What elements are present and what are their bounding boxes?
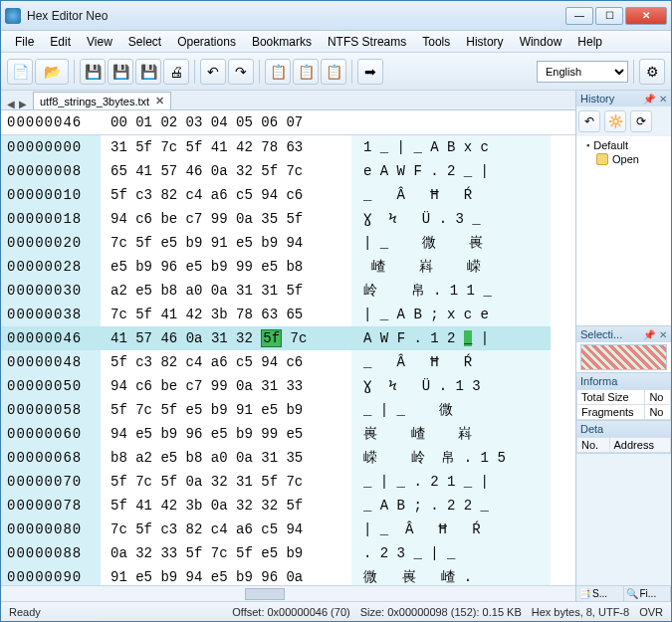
maximize-button[interactable]: ☐: [595, 7, 623, 25]
row-text[interactable]: 岭 帛 . 1 1 _: [351, 279, 551, 303]
hex-row[interactable]: 0000000865 41 57 46 0a 32 5f 7ce A W F .…: [1, 159, 575, 183]
menu-tools[interactable]: Tools: [414, 33, 458, 51]
close-button[interactable]: ✕: [625, 7, 667, 25]
hex-row[interactable]: 000000585f 7c 5f e5 b9 91 e5 b9_ | _ 微: [1, 398, 575, 422]
hex-view[interactable]: 00000046 00 01 02 03 04 05 06 07 0000000…: [1, 110, 575, 585]
pin-icon[interactable]: 📌: [643, 94, 655, 104]
row-text[interactable]: | _ Â Ħ Ŕ: [351, 518, 551, 541]
history-redo-icon[interactable]: 🔆: [604, 110, 626, 132]
row-text[interactable]: Ɣ Ϟ Ü . 1 3: [351, 374, 551, 398]
redo-button[interactable]: ↷: [228, 59, 254, 85]
hex-row[interactable]: 00000030a2 e5 b8 a0 0a 31 31 5f岭 帛 . 1 1…: [1, 279, 575, 303]
details-col-address[interactable]: Address: [609, 438, 670, 453]
undo-button[interactable]: ↶: [200, 59, 226, 85]
row-bytes[interactable]: 94 c6 be c7 99 0a 35 5f: [101, 207, 351, 231]
tab-next-icon[interactable]: ▶: [17, 99, 29, 109]
history-clear-icon[interactable]: ⟳: [630, 110, 652, 132]
row-bytes[interactable]: 41 57 46 0a 31 32 5f 7c: [101, 326, 351, 350]
history-undo-icon[interactable]: ↶: [578, 110, 600, 132]
hex-row[interactable]: 0000006094 e5 b9 96 e5 b9 99 e5嵔 嵖 嵙: [1, 422, 575, 446]
menu-file[interactable]: File: [7, 33, 42, 51]
row-bytes[interactable]: 0a 32 33 5f 7c 5f e5 b9: [101, 541, 351, 565]
row-bytes[interactable]: 31 5f 7c 5f 41 42 78 63: [101, 135, 351, 159]
sidetab-structure[interactable]: 📑S...: [576, 586, 624, 601]
hex-row[interactable]: 000000485f c3 82 c4 a6 c5 94 c6_ Â Ħ Ŕ: [1, 350, 575, 374]
menu-ntfs-streams[interactable]: NTFS Streams: [320, 33, 414, 51]
row-bytes[interactable]: a2 e5 b8 a0 0a 31 31 5f: [101, 279, 351, 303]
hex-row[interactable]: 0000001894 c6 be c7 99 0a 35 5fƔ Ϟ Ü . 3…: [1, 207, 575, 231]
hex-row[interactable]: 0000005094 c6 be c7 99 0a 31 33Ɣ Ϟ Ü . 1…: [1, 374, 575, 398]
menu-window[interactable]: Window: [512, 33, 570, 51]
row-text[interactable]: | _ 微 嵔: [351, 231, 551, 255]
menu-operations[interactable]: Operations: [169, 33, 244, 51]
hex-row[interactable]: 000000880a 32 33 5f 7c 5f e5 b9. 2 3 _ |…: [1, 541, 575, 565]
menu-bookmarks[interactable]: Bookmarks: [244, 33, 320, 51]
open-file-button[interactable]: 📂: [35, 59, 69, 85]
row-bytes[interactable]: 5f 7c 5f e5 b9 91 e5 b9: [101, 398, 351, 422]
row-text[interactable]: | _ A B ; x c e: [351, 303, 551, 326]
row-bytes[interactable]: 7c 5f 41 42 3b 78 63 65: [101, 303, 351, 326]
menu-edit[interactable]: Edit: [42, 33, 79, 51]
tab-close-icon[interactable]: ✕: [155, 95, 164, 107]
row-bytes[interactable]: 91 e5 b9 94 e5 b9 96 0a: [101, 565, 351, 585]
horizontal-scrollbar[interactable]: [1, 585, 575, 601]
row-text[interactable]: 嵘 岭 帛 . 1 5: [351, 446, 551, 470]
history-open-item[interactable]: Open: [580, 152, 667, 166]
row-bytes[interactable]: 5f c3 82 c4 a6 c5 94 c6: [101, 183, 351, 207]
hex-row[interactable]: 0000000031 5f 7c 5f 41 42 78 631 _ | _ A…: [1, 135, 575, 159]
row-bytes[interactable]: 5f c3 82 c4 a6 c5 94 c6: [101, 350, 351, 374]
row-bytes[interactable]: 5f 41 42 3b 0a 32 32 5f: [101, 494, 351, 518]
row-bytes[interactable]: 7c 5f c3 82 c4 a6 c5 94: [101, 518, 351, 541]
menu-view[interactable]: View: [79, 33, 120, 51]
minimize-button[interactable]: —: [565, 7, 593, 25]
row-text[interactable]: _ | _ . 2 1 _ |: [351, 470, 551, 494]
new-file-button[interactable]: 📄: [7, 59, 33, 85]
save-button[interactable]: 💾: [80, 59, 106, 85]
row-text[interactable]: e A W F . 2 _ |: [351, 159, 551, 183]
panel-close-icon[interactable]: ✕: [659, 329, 667, 340]
row-text[interactable]: _ Â Ħ Ŕ: [351, 183, 551, 207]
row-bytes[interactable]: 94 e5 b9 96 e5 b9 99 e5: [101, 422, 351, 446]
panel-close-icon[interactable]: ✕: [659, 94, 667, 104]
row-text[interactable]: _ A B ; . 2 2 _: [351, 494, 551, 518]
history-default-item[interactable]: ▪ Default: [580, 138, 667, 152]
hex-row[interactable]: 000000387c 5f 41 42 3b 78 63 65| _ A B ;…: [1, 303, 575, 326]
document-tab[interactable]: utf8_strings_3bytes.txt ✕: [33, 92, 171, 109]
hex-row[interactable]: 0000009091 e5 b9 94 e5 b9 96 0a微 嵔 嵖 .: [1, 565, 575, 585]
sidetab-find[interactable]: 🔍Fi...: [624, 586, 672, 601]
row-bytes[interactable]: b8 a2 e5 b8 a0 0a 31 35: [101, 446, 351, 470]
hex-row[interactable]: 000000105f c3 82 c4 a6 c5 94 c6_ Â Ħ Ŕ: [1, 183, 575, 207]
menu-help[interactable]: Help: [569, 33, 610, 51]
hex-row[interactable]: 00000068b8 a2 e5 b8 a0 0a 31 35嵘 岭 帛 . 1…: [1, 446, 575, 470]
clipboard-button[interactable]: 📋: [321, 59, 346, 85]
print-button[interactable]: 🖨: [163, 59, 189, 85]
tab-prev-icon[interactable]: ◀: [5, 99, 17, 109]
row-text[interactable]: 嵖 嵙 嵘: [351, 255, 551, 279]
row-bytes[interactable]: 5f 7c 5f 0a 32 31 5f 7c: [101, 470, 351, 494]
save-all-button[interactable]: 💾: [108, 59, 133, 85]
hex-row[interactable]: 000000807c 5f c3 82 c4 a6 c5 94| _ Â Ħ Ŕ: [1, 518, 575, 541]
row-text[interactable]: 1 _ | _ A B x c: [351, 135, 551, 159]
hex-row[interactable]: 00000028e5 b9 96 e5 b9 99 e5 b8 嵖 嵙 嵘: [1, 255, 575, 279]
hex-row[interactable]: 000000705f 7c 5f 0a 32 31 5f 7c_ | _ . 2…: [1, 470, 575, 494]
language-select[interactable]: English: [537, 61, 628, 83]
goto-button[interactable]: ➡: [357, 59, 383, 85]
settings-button[interactable]: ⚙: [639, 59, 665, 85]
row-text[interactable]: A W F . 1 2 _ |: [351, 326, 551, 350]
save-as-button[interactable]: 💾: [135, 59, 161, 85]
row-text[interactable]: 嵔 嵖 嵙: [351, 422, 551, 446]
row-bytes[interactable]: 65 41 57 46 0a 32 5f 7c: [101, 159, 351, 183]
row-text[interactable]: _ | _ 微: [351, 398, 551, 422]
row-text[interactable]: . 2 3 _ | _: [351, 541, 551, 565]
menu-select[interactable]: Select: [120, 33, 169, 51]
details-col-no[interactable]: No.: [577, 438, 610, 453]
paste-button[interactable]: 📋: [293, 59, 319, 85]
row-text[interactable]: _ Â Ħ Ŕ: [351, 350, 551, 374]
row-text[interactable]: 微 嵔 嵖 .: [351, 565, 551, 585]
hex-row[interactable]: 0000004641 57 46 0a 31 32 5f 7cA W F . 1…: [1, 326, 575, 350]
row-bytes[interactable]: 7c 5f e5 b9 91 e5 b9 94: [101, 231, 351, 255]
scrollbar-thumb[interactable]: [245, 588, 285, 600]
hex-row[interactable]: 000000785f 41 42 3b 0a 32 32 5f_ A B ; .…: [1, 494, 575, 518]
copy-button[interactable]: 📋: [265, 59, 291, 85]
menu-history[interactable]: History: [458, 33, 511, 51]
